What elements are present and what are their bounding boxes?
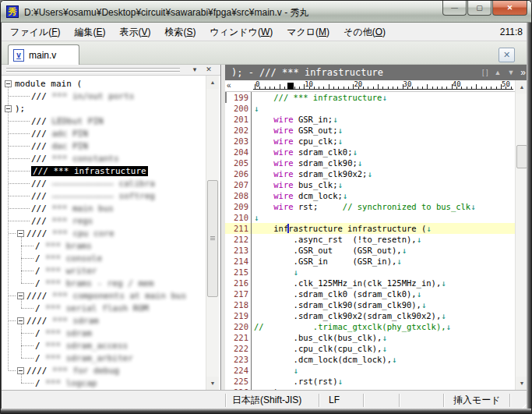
line-text: wire sdram_clk90x2;↓ — [252, 168, 372, 179]
code-line-214[interactable]: 214 .GSR_in (GSR_in),↓ — [225, 256, 515, 267]
outline-item-11[interactable]: /// *** regs — [2, 214, 206, 227]
outline-item-19[interactable]: //// *** sdram — [2, 314, 206, 327]
code-line-209[interactable]: 209 wire rst; // synchronized to bus_clk… — [225, 201, 515, 212]
tree-collapse-icon[interactable] — [5, 80, 12, 87]
ruler-collapse-icon[interactable]: « — [227, 81, 231, 90]
status-divider — [443, 394, 445, 407]
code-line-218[interactable]: 218 .sdram_clk90(sdram_clk90),↓ — [225, 299, 515, 310]
code-line-219[interactable]: 219 .sdram_clk90x2(sdram_clk90x2),↓ — [225, 310, 515, 321]
code-line-215[interactable]: 215 ↓ — [225, 267, 515, 278]
code-line-217[interactable]: 217 .sdram_clk0 (sdram_clk0),↓ — [225, 288, 515, 299]
code-line-202[interactable]: 202 wire GSR_out;↓ — [225, 125, 515, 136]
outline-item-6[interactable]: /// *** constants — [2, 152, 206, 165]
outline-item-1[interactable]: /// *** in/out ports — [2, 90, 206, 102]
outline-item-label: /// *** regs — [31, 216, 93, 226]
eol-mark-icon: ↓ — [352, 147, 357, 157]
line-text: infrastructure infrastructure (↓ — [252, 223, 432, 234]
tree-collapse-icon[interactable] — [17, 367, 24, 374]
line-text: ↓ — [252, 103, 259, 114]
panel-close-button[interactable]: ✕ — [203, 65, 214, 75]
title-bar[interactable]: 秀 D:¥Users¥osamu¥Desktop¥circuit¥sawarab… — [1, 1, 531, 23]
outline-item-5[interactable]: /// dac PIN — [2, 140, 206, 152]
outline-item-13[interactable]: / *** brams — [2, 239, 206, 252]
outline-item-17[interactable]: //// *** components at main bus — [2, 289, 206, 302]
outline-item-21[interactable]: / *** sdram_access — [2, 339, 206, 352]
line-text: wire GSR_out;↓ — [252, 125, 343, 136]
tree-collapse-icon[interactable] — [17, 292, 24, 299]
code-line-200[interactable]: 200↓ — [225, 103, 515, 114]
code-line-208[interactable]: 208 wire dcm_lock;↓ — [225, 190, 515, 201]
line-text: .sdram_clk90x2(sdram_clk90x2),↓ — [252, 310, 446, 321]
code-line-222[interactable]: 222 .cpu_clk(cpu_clk),↓ — [225, 343, 515, 354]
menu-item-edit[interactable]: 編集(E) — [67, 23, 112, 41]
scroll-down-icon[interactable]: ▼ — [206, 377, 219, 390]
code-line-225[interactable]: 225 .rst(rst)↓ — [225, 376, 515, 387]
code-area[interactable]: 199 /// *** infrastructure↓200↓201 wire … — [225, 92, 515, 390]
scrollbar-thumb[interactable] — [207, 180, 218, 297]
code-line-224[interactable]: 224 ↓ — [225, 365, 515, 376]
menu-item-other[interactable]: その他(O) — [336, 23, 393, 41]
brackets-icon[interactable]: [ ] — [482, 69, 488, 76]
outline-item-15[interactable]: / *** writer — [2, 264, 206, 277]
code-line-210[interactable]: 210↓ — [225, 212, 515, 223]
outline-item-24[interactable]: / *** logcap — [2, 377, 206, 389]
outline-item-4[interactable]: /// adc PIN — [2, 127, 206, 140]
menu-item-macro[interactable]: マクロ(M) — [280, 23, 336, 41]
minimize-button[interactable]: — — [442, 1, 467, 16]
outline-item-8[interactable]: /// ———————————— calibra — [2, 177, 206, 189]
outline-item-10[interactable]: /// *** main bus — [2, 202, 206, 214]
outline-item-0[interactable]: module main ( — [2, 77, 206, 90]
tab-main-v[interactable]: v main.v — [8, 44, 79, 65]
code-line-206[interactable]: 206 wire sdram_clk90x2;↓ — [225, 168, 515, 179]
code-line-223[interactable]: 223 .dcm_lock(dcm_lock),↓ — [225, 354, 515, 365]
fold-collapse-icon[interactable] — [225, 92, 227, 103]
menu-item-search[interactable]: 検索(S) — [158, 23, 203, 41]
code-line-207[interactable]: 207 wire bus_clk;↓ — [225, 179, 515, 190]
code-line-205[interactable]: 205 wire sdram_clk90;↓ — [225, 157, 515, 168]
code-line-221[interactable]: 221 .bus_clk(bus_clk),↓ — [225, 332, 515, 343]
menu-item-file[interactable]: ファイル(F) — [3, 23, 67, 41]
column-ruler[interactable]: « 01020304050 — [225, 80, 515, 92]
outline-item-16[interactable]: / *** brams - reg / mem — [2, 277, 206, 289]
next-section-icon[interactable]: ▼ — [507, 69, 514, 76]
menu-item-view[interactable]: 表示(V) — [112, 23, 157, 41]
maximize-button[interactable]: ▢ — [467, 1, 491, 16]
outline-item-22[interactable]: / *** sdram_arbiter — [2, 352, 206, 364]
line-text: .rst(rst)↓ — [252, 376, 343, 387]
tree-collapse-icon[interactable] — [5, 105, 12, 112]
scroll-up-icon[interactable]: ▲ — [206, 76, 219, 89]
outline-item-7[interactable]: /// *** infrastructure — [2, 165, 206, 177]
outline-item-18[interactable]: / *** serial flash ROM — [2, 302, 206, 314]
outline-item-23[interactable]: //// *** for debug — [2, 364, 206, 377]
code-line-211[interactable]: 211 infrastructure infrastructure (↓ — [225, 223, 515, 234]
code-line-204[interactable]: 204 wire sdram_clk0;↓ — [225, 147, 515, 157]
outline-item-20[interactable]: / *** sdram — [2, 327, 206, 339]
code-line-199[interactable]: 199 /// *** infrastructure↓ — [225, 92, 515, 103]
scrollbar-thumb[interactable] — [516, 145, 527, 168]
prev-section-icon[interactable]: ▲ — [494, 69, 501, 76]
ruler-label: 40 — [453, 80, 461, 88]
more-icon[interactable]: » — [520, 67, 526, 78]
outline-item-9[interactable]: /// ———————————— softreg — [2, 189, 206, 202]
outline-item-14[interactable]: / *** console — [2, 252, 206, 264]
panel-drag-grip[interactable] — [6, 68, 180, 72]
panel-collapse-button[interactable]: ▾ — [189, 65, 200, 75]
outline-scrollbar[interactable]: ▲ ▼ — [206, 76, 219, 390]
eol-mark-icon: ↓ — [396, 257, 401, 266]
tree-collapse-icon[interactable] — [17, 317, 24, 324]
code-line-201[interactable]: 201 wire GSR_in;↓ — [225, 114, 515, 125]
menu-item-window[interactable]: ウィンドウ(W) — [203, 23, 280, 41]
outline-item-12[interactable]: //// *** cpu core — [2, 227, 206, 239]
code-line-213[interactable]: 213 .GSR_out (GSR_out),↓ — [225, 245, 515, 256]
close-button[interactable]: ✕ — [492, 1, 527, 16]
outline-item-2[interactable]: ); — [2, 102, 206, 115]
close-tab-button[interactable]: ✕ — [499, 48, 515, 62]
outline-item-3[interactable]: /// LEDbut PIN — [2, 115, 206, 127]
code-line-212[interactable]: 212 .async_rst (!to_resetn),↓ — [225, 234, 515, 245]
window-frame-right — [527, 23, 531, 413]
code-line-216[interactable]: 216 .clk_125MHz_in(clk_125MHz_in),↓ — [225, 278, 515, 288]
code-line-203[interactable]: 203 wire cpu_clk;↓ — [225, 136, 515, 147]
tree-collapse-icon[interactable] — [17, 230, 24, 237]
fold-margin — [225, 168, 233, 179]
code-line-220[interactable]: 220// .trimac_gtxclk(phy_gtxclk),↓ — [225, 321, 515, 332]
